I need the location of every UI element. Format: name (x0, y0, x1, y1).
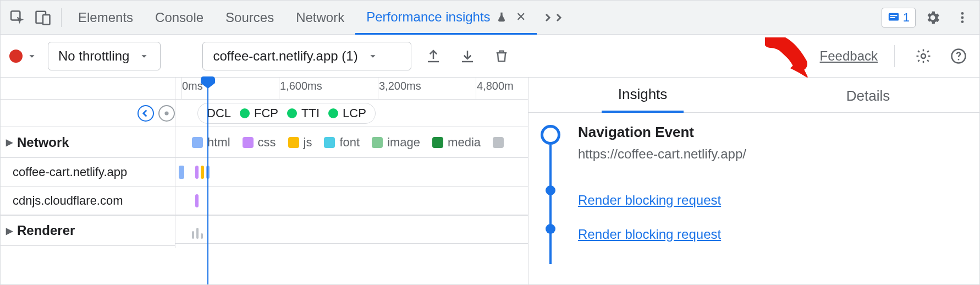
separator (894, 45, 895, 67)
tab-console[interactable]: Console (144, 1, 214, 35)
upload-icon[interactable] (421, 44, 445, 68)
timeline-dot-icon (546, 224, 555, 234)
insight-title: Navigation Event (578, 124, 966, 141)
callout-arrow-icon (765, 37, 814, 81)
tab-details[interactable]: Details (830, 87, 906, 112)
download-icon[interactable] (455, 44, 480, 68)
playhead[interactable] (207, 78, 208, 284)
svg-point-11 (958, 59, 960, 61)
ruler-tick: 1,600ms (280, 80, 322, 92)
perf-toolbar: No throttling coffee-cart.netlify.app (1… (1, 35, 979, 78)
svg-rect-3 (889, 13, 899, 20)
legend-row: html css js font image media (175, 127, 528, 158)
insights-tabs: Insights Details (528, 78, 979, 113)
insight-link[interactable]: Render blocking request (578, 227, 966, 242)
close-tab-icon[interactable]: ✕ (516, 10, 526, 24)
svg-rect-5 (890, 17, 895, 18)
svg-rect-4 (890, 15, 897, 16)
zoom-current-button[interactable] (158, 105, 175, 122)
tab-elements[interactable]: Elements (67, 1, 144, 35)
separator (61, 8, 62, 27)
tab-performance-insights[interactable]: Performance insights ✕ (355, 1, 536, 35)
zoom-start-button[interactable] (137, 105, 154, 122)
experiment-flask-icon (496, 11, 507, 23)
insights-pane: Insights Details Navigation Event https:… (528, 78, 979, 284)
throttling-select[interactable]: No throttling (48, 42, 161, 70)
svg-point-12 (164, 111, 168, 115)
recording-select[interactable]: coffee-cart.netlify.app (1) (202, 42, 411, 70)
host-row[interactable]: cdnjs.cloudflare.com (1, 187, 175, 215)
svg-rect-2 (43, 15, 50, 25)
metrics-row: DCL FCP TTI LCP (1, 100, 528, 127)
help-icon[interactable] (946, 44, 971, 68)
settings-gear-icon[interactable] (920, 5, 945, 30)
ruler-tick: 3,200ms (379, 80, 421, 92)
svg-point-7 (961, 16, 964, 19)
panel-settings-gear-icon[interactable] (911, 44, 935, 68)
insight-url: https://coffee-cart.netlify.app/ (578, 146, 966, 162)
tab-sources[interactable]: Sources (214, 1, 285, 35)
timeline-node-icon (541, 125, 560, 145)
insight-link[interactable]: Render blocking request (578, 193, 966, 208)
disclosure-triangle-icon: ▶ (6, 226, 13, 236)
section-renderer-header[interactable]: ▶ Renderer (1, 215, 175, 246)
record-button[interactable] (9, 50, 38, 63)
renderer-bar-row[interactable] (175, 215, 528, 244)
svg-point-9 (921, 54, 926, 58)
tab-network[interactable]: Network (285, 1, 355, 35)
timeline-dot-icon (546, 185, 555, 195)
devtools-tabs-row: Elements Console Sources Network Perform… (1, 1, 979, 35)
inspect-element-icon[interactable] (5, 5, 30, 30)
feedback-link[interactable]: Feedback (820, 48, 878, 64)
tab-insights[interactable]: Insights (602, 86, 684, 113)
host-row[interactable]: coffee-cart.netlify.app (1, 158, 175, 187)
timeline-pane: 0ms 1,600ms 3,200ms 4,800m DCL FCP TTI (1, 78, 528, 284)
timeline-track (539, 122, 561, 242)
disclosure-triangle-icon: ▶ (6, 137, 13, 147)
svg-point-6 (961, 12, 964, 15)
svg-point-8 (961, 20, 964, 23)
device-toggle-icon[interactable] (30, 5, 56, 30)
network-bar-row[interactable] (175, 187, 528, 215)
delete-icon[interactable] (489, 44, 514, 68)
metrics-pill[interactable]: DCL FCP TTI LCP (197, 103, 376, 124)
record-dot-icon (9, 50, 23, 63)
issues-badge[interactable]: 1 (882, 8, 916, 28)
ruler-tick: 0ms (182, 80, 203, 92)
section-network-header[interactable]: ▶ Network (1, 127, 175, 158)
network-bar-row[interactable] (175, 158, 528, 187)
timeline-ruler[interactable]: 0ms 1,600ms 3,200ms 4,800m (1, 78, 528, 100)
ruler-tick: 4,800m (477, 80, 514, 92)
more-tabs-button[interactable] (537, 1, 570, 35)
kebab-menu-icon[interactable] (950, 5, 975, 30)
